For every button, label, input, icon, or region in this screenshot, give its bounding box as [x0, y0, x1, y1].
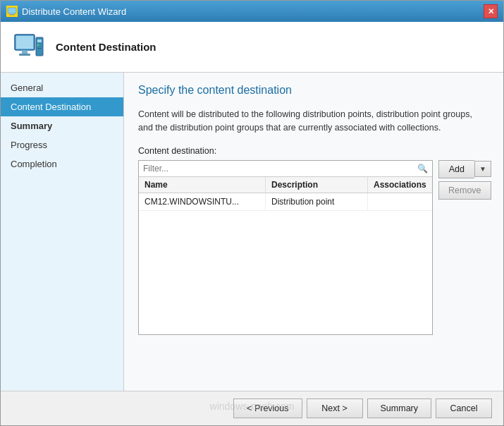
cancel-button[interactable]: Cancel [436, 398, 492, 418]
next-button[interactable]: Next > [307, 398, 363, 418]
svg-point-9 [37, 44, 39, 46]
description-text: Content will be distributed to the follo… [138, 108, 489, 135]
col-header-associations: Associations [368, 177, 432, 193]
svg-rect-10 [37, 48, 42, 49]
content-dest-label: Content destination: [138, 146, 489, 156]
wizard-window: Distribute Content Wizard ✕ Content Dest… [0, 0, 504, 426]
add-button-row: Add ▼ [438, 160, 491, 178]
header-icon [12, 30, 46, 64]
remove-button[interactable]: Remove [438, 181, 491, 200]
header-area: Content Destination [1, 22, 503, 73]
summary-button[interactable]: Summary [367, 398, 431, 418]
svg-rect-6 [19, 54, 30, 56]
main-panel: Specify the content destination Content … [124, 73, 503, 391]
sidebar-item-completion[interactable]: Completion [1, 154, 123, 174]
header-title: Content Destination [56, 41, 156, 53]
col-header-description: Description [266, 177, 368, 193]
svg-rect-2 [9, 14, 15, 16]
sidebar-item-summary[interactable]: Summary [1, 116, 123, 135]
col-header-name: Name [139, 177, 266, 193]
window-icon [6, 6, 18, 17]
search-icon: 🔍 [417, 164, 428, 174]
title-text: Distribute Content Wizard [22, 6, 126, 17]
sidebar-item-content-destination[interactable]: Content Destination [1, 97, 123, 116]
action-buttons: Add ▼ Remove [438, 160, 491, 200]
svg-rect-8 [37, 39, 42, 42]
cell-name: CM12.WINDOWSINTU... [139, 193, 266, 210]
table-header: Name Description Associations [139, 177, 432, 193]
cell-associations [368, 193, 432, 210]
table-row[interactable]: CM12.WINDOWSINTU... Distribution point [139, 193, 432, 211]
cell-description: Distribution point [266, 193, 368, 210]
filter-row: 🔍 [139, 161, 432, 177]
title-bar: Distribute Content Wizard ✕ [1, 1, 503, 22]
sidebar-item-general[interactable]: General [1, 78, 123, 97]
previous-button[interactable]: < Previous [233, 398, 302, 418]
close-button[interactable]: ✕ [484, 4, 498, 18]
content-area: General Content Destination Summary Prog… [1, 73, 503, 391]
dest-table-area: 🔍 Name Description Associations CM12.WIN… [138, 160, 433, 335]
sidebar: General Content Destination Summary Prog… [1, 73, 124, 391]
main-title: Specify the content destination [138, 84, 489, 97]
add-button[interactable]: Add [438, 160, 474, 178]
add-dropdown-arrow[interactable]: ▼ [474, 161, 491, 177]
filter-input[interactable] [143, 164, 417, 174]
title-bar-left: Distribute Content Wizard [6, 6, 126, 17]
svg-rect-4 [16, 36, 33, 49]
svg-rect-0 [8, 8, 16, 13]
sidebar-item-progress[interactable]: Progress [1, 135, 123, 154]
table-body: CM12.WINDOWSINTU... Distribution point [139, 193, 432, 334]
footer: < Previous Next > Summary Cancel [1, 391, 503, 425]
dest-section: 🔍 Name Description Associations CM12.WIN… [138, 160, 489, 335]
